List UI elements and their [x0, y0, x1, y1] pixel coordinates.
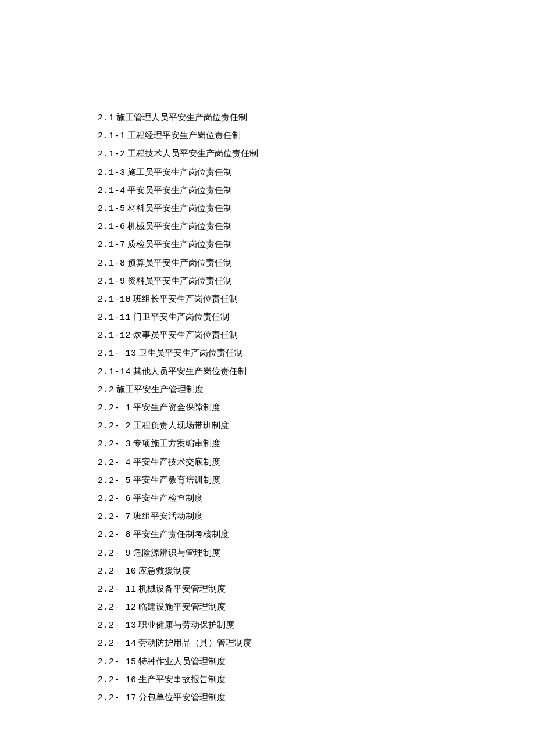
- toc-item: 2.1-2 工程技术人员平安生产岗位责任制: [98, 149, 535, 159]
- toc-item: 2.1 施工管理人员平安生产岗位责任制: [98, 113, 535, 123]
- item-text: 工程负责人现场带班制度: [133, 421, 229, 430]
- item-text: 施工平安生产管理制度: [116, 385, 204, 394]
- item-text: 质检员平安生产岗位责任制: [127, 239, 232, 249]
- item-text: 平安员平安生产岗位责任制: [127, 185, 232, 195]
- item-number: 2.2- 8: [98, 530, 131, 540]
- item-number: 2.1-14: [98, 367, 131, 377]
- toc-item: 2.2- 1 平安生产资金保隙制度: [98, 403, 535, 413]
- toc-item: 2.1-12 炊事员平安生产岗位责任制: [98, 331, 535, 340]
- item-number: 2.2- 7: [98, 512, 131, 522]
- item-text: 炊事员平安生产岗位责任制: [133, 330, 238, 339]
- item-text: 职业健康与劳动保护制度: [138, 620, 234, 629]
- item-number: 2.1-9: [98, 277, 126, 286]
- toc-item: 2.1-6 机械员平安生产岗位责任制: [98, 222, 535, 231]
- item-number: 2.1- 13: [98, 349, 137, 359]
- toc-item: 2.2- 7 班组平安活动制度: [98, 512, 535, 521]
- item-number: 2.2- 16: [98, 675, 137, 685]
- item-text: 特种作业人员管理制度: [138, 657, 226, 666]
- item-number: 2.1-2: [98, 149, 126, 159]
- item-number: 2.2- 10: [98, 567, 137, 576]
- item-number: 2.2- 12: [98, 603, 137, 612]
- item-text: 卫生员平安生产岗位责任制: [138, 348, 243, 357]
- toc-item: 2.1-3 施工员平安生产岗位责任制: [98, 168, 535, 177]
- toc-item: 2.1-14 其他人员平安生产岗位责任制: [98, 367, 535, 377]
- toc-item: 2.2- 4 平安生产技术交底制度: [98, 458, 535, 467]
- item-number: 2.1: [98, 113, 115, 123]
- item-text: 工程技术人员平安生产岗位责任制: [127, 149, 258, 158]
- item-text: 平安生产资金保隙制度: [133, 403, 220, 412]
- toc-item: 2.2- 10 应急救援制度: [98, 567, 535, 576]
- item-text: 平安生产检查制度: [133, 493, 203, 503]
- toc-item: 2.2- 2 工程负责人现场带班制度: [98, 421, 535, 431]
- item-text: 施工管理人员平安生产岗位责任制: [116, 113, 247, 122]
- toc-item: 2.2- 14 劳动防护用品（具）管理制度: [98, 639, 535, 648]
- item-text: 班组长平安生产岗位责任制: [133, 294, 238, 303]
- item-text: 平安生产教育培训制度: [133, 475, 220, 485]
- toc-item: 2.2 施工平安生产管理制度: [98, 385, 535, 395]
- item-number: 2.2- 6: [98, 494, 131, 504]
- item-text: 分包单位平安管理制度: [138, 693, 226, 702]
- item-number: 2.2- 15: [98, 657, 137, 667]
- toc-item: 2.1- 13 卫生员平安生产岗位责任制: [98, 349, 535, 358]
- item-number: 2.2- 4: [98, 458, 131, 468]
- item-text: 门卫平安生产岗位责任制: [133, 312, 229, 321]
- item-number: 2.2- 14: [98, 639, 137, 648]
- toc-item: 2.2- 15 特种作业人员管理制度: [98, 657, 535, 667]
- item-number: 2.2- 1: [98, 403, 131, 413]
- toc-item: 2.2- 17 分包单位平安管理制度: [98, 693, 535, 703]
- item-number: 2.2- 9: [98, 549, 131, 558]
- toc-item: 2.1-9 资料员平安生产岗位责任制: [98, 277, 535, 286]
- item-number: 2.2- 13: [98, 621, 137, 630]
- toc-item: 2.2- 12 临建设施平安管理制度: [98, 603, 535, 612]
- item-text: 预算员平安生产岗位责任制: [127, 258, 232, 267]
- toc-item: 2.1-11 门卫平安生产岗位责任制: [98, 313, 535, 322]
- item-text: 平安生产技术交底制度: [133, 457, 220, 467]
- item-text: 劳动防护用品（具）管理制度: [138, 638, 252, 647]
- item-text: 其他人员平安生产岗位责任制: [133, 367, 247, 376]
- item-text: 资料员平安生产岗位责任制: [127, 276, 232, 285]
- table-of-contents: 2.1 施工管理人员平安生产岗位责任制 2.1-1 工程经理平安生产岗位责任制 …: [98, 113, 535, 703]
- item-text: 应急救援制度: [138, 566, 191, 575]
- toc-item: 2.2- 9 危险源辨识与管理制度: [98, 549, 535, 558]
- item-text: 平安生产责任制考核制度: [133, 529, 229, 539]
- item-text: 材料员平安生产岗位责任制: [127, 203, 232, 213]
- toc-item: 2.2- 13 职业健康与劳动保护制度: [98, 621, 535, 630]
- toc-item: 2.1-5 材料员平安生产岗位责任制: [98, 204, 535, 213]
- item-number: 2.2- 5: [98, 476, 131, 486]
- item-text: 机械设备平安管理制度: [138, 584, 226, 593]
- item-text: 施工员平安生产岗位责任制: [127, 167, 232, 177]
- item-number: 2.2: [98, 385, 115, 395]
- toc-item: 2.2- 8 平安生产责任制考核制度: [98, 530, 535, 539]
- item-text: 专项施工方案编审制度: [133, 439, 220, 448]
- item-text: 临建设施平安管理制度: [138, 602, 226, 611]
- item-number: 2.2- 17: [98, 693, 137, 703]
- toc-item: 2.1-1 工程经理平安生产岗位责任制: [98, 131, 535, 141]
- item-number: 2.1-1: [98, 131, 126, 141]
- item-number: 2.1-4: [98, 186, 126, 196]
- toc-item: 2.2- 16 生产平安事故报告制度: [98, 675, 535, 685]
- item-text: 生产平安事故报告制度: [138, 675, 226, 684]
- item-text: 危险源辨识与管理制度: [133, 548, 220, 557]
- toc-item: 2.2- 3 专项施工方案编审制度: [98, 439, 535, 449]
- item-number: 2.2- 11: [98, 585, 137, 594]
- item-text: 工程经理平安生产岗位责任制: [127, 131, 241, 140]
- item-number: 2.2- 2: [98, 421, 131, 431]
- toc-item: 2.2- 6 平安生产检查制度: [98, 494, 535, 503]
- item-number: 2.1-8: [98, 259, 126, 268]
- toc-item: 2.1-4 平安员平安生产岗位责任制: [98, 186, 535, 195]
- toc-item: 2.1-7 质检员平安生产岗位责任制: [98, 240, 535, 249]
- item-number: 2.1-5: [98, 204, 126, 214]
- item-number: 2.1-7: [98, 240, 126, 250]
- item-number: 2.1-3: [98, 168, 126, 178]
- toc-item: 2.1-8 预算员平安生产岗位责任制: [98, 259, 535, 268]
- toc-item: 2.2- 11 机械设备平安管理制度: [98, 585, 535, 594]
- item-text: 机械员平安生产岗位责任制: [127, 221, 232, 231]
- item-number: 2.1-10: [98, 295, 131, 304]
- item-number: 2.1-12: [98, 331, 131, 341]
- item-number: 2.2- 3: [98, 439, 131, 449]
- toc-item: 2.2- 5 平安生产教育培训制度: [98, 476, 535, 485]
- item-text: 班组平安活动制度: [133, 511, 203, 521]
- item-number: 2.1-11: [98, 313, 131, 323]
- item-number: 2.1-6: [98, 222, 126, 232]
- toc-item: 2.1-10 班组长平安生产岗位责任制: [98, 295, 535, 304]
